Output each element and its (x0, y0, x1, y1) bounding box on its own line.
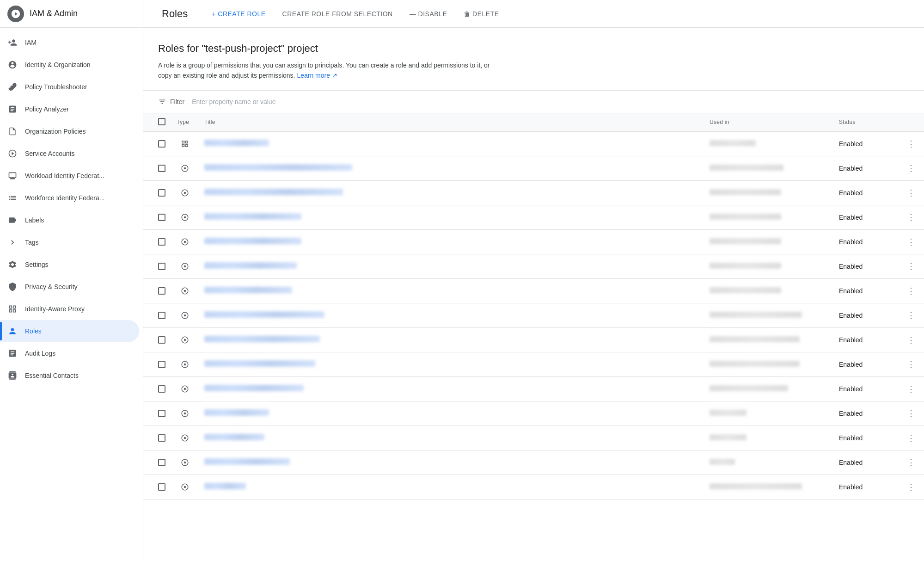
row-checkbox-1[interactable] (158, 165, 165, 172)
used-in-cell (704, 254, 833, 278)
row-checkbox-12[interactable] (158, 434, 165, 442)
status-badge: Enabled (839, 483, 863, 491)
sidebar-label-labels: Labels (25, 216, 44, 224)
title-cell[interactable] (199, 475, 704, 499)
table-row: Enabled⋮ (143, 278, 924, 303)
more-options-button-3[interactable]: ⋮ (904, 210, 918, 225)
more-options-button-14[interactable]: ⋮ (904, 480, 918, 494)
status-cell: Enabled (833, 131, 898, 156)
row-checkbox-8[interactable] (158, 336, 165, 344)
title-cell[interactable] (199, 205, 704, 229)
sidebar-item-service-accounts[interactable]: Service Accounts (0, 142, 139, 165)
row-checkbox-6[interactable] (158, 287, 165, 295)
row-checkbox-0[interactable] (158, 140, 165, 148)
actions-cell[interactable]: ⋮ (898, 475, 924, 499)
actions-cell[interactable]: ⋮ (898, 450, 924, 475)
actions-cell[interactable]: ⋮ (898, 229, 924, 254)
more-options-button-9[interactable]: ⋮ (904, 357, 918, 372)
status-badge: Enabled (839, 140, 863, 148)
actions-cell[interactable]: ⋮ (898, 303, 924, 327)
row-checkbox-3[interactable] (158, 214, 165, 221)
filter-input[interactable] (188, 96, 909, 107)
sidebar-item-identity-aware-proxy[interactable]: Identity-Aware Proxy (0, 298, 139, 320)
sidebar-item-essential-contacts[interactable]: Essential Contacts (0, 364, 139, 387)
title-cell[interactable] (199, 401, 704, 425)
sidebar-item-roles[interactable]: Roles (0, 320, 139, 342)
actions-cell[interactable]: ⋮ (898, 401, 924, 425)
actions-cell[interactable]: ⋮ (898, 131, 924, 156)
title-cell[interactable] (199, 450, 704, 475)
more-options-button-7[interactable]: ⋮ (904, 308, 918, 323)
row-checkbox-13[interactable] (158, 459, 165, 466)
sidebar-item-policy-troubleshooter[interactable]: Policy Troubleshooter (0, 76, 139, 98)
select-all-checkbox[interactable] (158, 118, 165, 125)
more-options-button-2[interactable]: ⋮ (904, 185, 918, 200)
more-options-button-12[interactable]: ⋮ (904, 431, 918, 445)
actions-cell[interactable]: ⋮ (898, 180, 924, 205)
create-role-from-selection-button[interactable]: CREATE ROLE FROM SELECTION (275, 6, 400, 22)
circle-type-icon (177, 262, 193, 271)
used-in-cell (704, 180, 833, 205)
sidebar-item-iam[interactable]: IAM (0, 31, 139, 54)
actions-cell[interactable]: ⋮ (898, 205, 924, 229)
title-cell[interactable] (199, 229, 704, 254)
row-checkbox-14[interactable] (158, 483, 165, 491)
actions-cell[interactable]: ⋮ (898, 278, 924, 303)
sidebar-item-workforce-identity[interactable]: Workforce Identity Federa... (0, 187, 139, 209)
title-cell[interactable] (199, 156, 704, 180)
col-actions-header (898, 113, 924, 132)
more-options-button-1[interactable]: ⋮ (904, 161, 918, 176)
table-row: Enabled⋮ (143, 303, 924, 327)
table-row: Enabled⋮ (143, 475, 924, 499)
sidebar-item-tags[interactable]: Tags (0, 231, 139, 253)
sidebar-item-identity-org[interactable]: Identity & Organization (0, 54, 139, 76)
sidebar-item-privacy-security[interactable]: Privacy & Security (0, 276, 139, 298)
title-cell[interactable] (199, 352, 704, 376)
title-cell[interactable] (199, 131, 704, 156)
actions-cell[interactable]: ⋮ (898, 352, 924, 376)
create-role-button[interactable]: + CREATE ROLE (204, 6, 273, 22)
table-row: Enabled⋮ (143, 401, 924, 425)
more-options-button-8[interactable]: ⋮ (904, 333, 918, 347)
col-checkbox (143, 113, 171, 132)
more-options-button-11[interactable]: ⋮ (904, 406, 918, 421)
sidebar-item-org-policies[interactable]: Organization Policies (0, 120, 139, 142)
table-row: Enabled⋮ (143, 450, 924, 475)
more-options-button-13[interactable]: ⋮ (904, 455, 918, 470)
more-options-button-4[interactable]: ⋮ (904, 234, 918, 249)
row-checkbox-5[interactable] (158, 263, 165, 270)
actions-cell[interactable]: ⋮ (898, 425, 924, 450)
more-options-button-10[interactable]: ⋮ (904, 382, 918, 396)
row-checkbox-4[interactable] (158, 238, 165, 246)
actions-cell[interactable]: ⋮ (898, 327, 924, 352)
actions-cell[interactable]: ⋮ (898, 156, 924, 180)
row-checkbox-10[interactable] (158, 385, 165, 393)
title-cell[interactable] (199, 425, 704, 450)
disable-button[interactable]: — DISABLE (402, 6, 455, 22)
title-cell[interactable] (199, 278, 704, 303)
title-cell[interactable] (199, 254, 704, 278)
title-cell[interactable] (199, 303, 704, 327)
more-options-button-0[interactable]: ⋮ (904, 136, 918, 151)
delete-button[interactable]: 🗑 DELETE (456, 6, 506, 22)
row-checkbox-2[interactable] (158, 189, 165, 197)
row-checkbox-11[interactable] (158, 410, 165, 417)
row-checkbox-7[interactable] (158, 312, 165, 319)
more-options-button-6[interactable]: ⋮ (904, 284, 918, 298)
sidebar-item-labels[interactable]: Labels (0, 209, 139, 231)
title-cell[interactable] (199, 327, 704, 352)
actions-cell[interactable]: ⋮ (898, 376, 924, 401)
title-cell[interactable] (199, 180, 704, 205)
type-cell (171, 205, 199, 229)
sidebar-item-settings[interactable]: Settings (0, 253, 139, 276)
actions-cell[interactable]: ⋮ (898, 254, 924, 278)
more-options-button-5[interactable]: ⋮ (904, 259, 918, 274)
sidebar-item-policy-analyzer[interactable]: Policy Analyzer (0, 98, 139, 120)
sidebar-item-audit-logs[interactable]: Audit Logs (0, 342, 139, 364)
sidebar-item-workload-identity[interactable]: Workload Identity Federat... (0, 165, 139, 187)
learn-more-link[interactable]: Learn more ↗ (297, 72, 337, 79)
used-in-cell (704, 278, 833, 303)
title-cell[interactable] (199, 376, 704, 401)
type-cell (171, 376, 199, 401)
row-checkbox-9[interactable] (158, 361, 165, 368)
